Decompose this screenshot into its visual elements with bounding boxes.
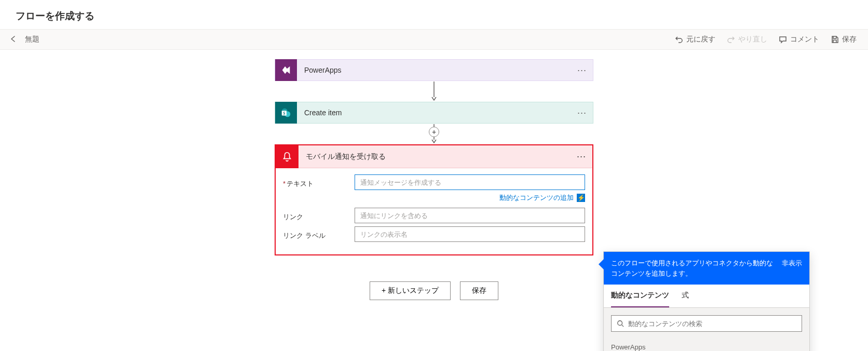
panel-description: このフローで使用されるアプリやコネクタから動的なコンテンツを追加します。 <box>611 258 777 278</box>
connector-arrow-plus: + <box>431 124 437 144</box>
field-link-label: リンク <box>283 213 303 221</box>
svg-point-6 <box>618 321 622 326</box>
tab-expression[interactable]: 式 <box>682 285 689 307</box>
add-dynamic-content-label: 動的なコンテンツの追加 <box>499 193 574 203</box>
step-powerapps-label: PowerApps <box>297 66 571 74</box>
connector-arrow <box>431 81 437 102</box>
comment-button[interactable]: コメント <box>777 33 821 46</box>
dynamic-content-panel: このフローで使用されるアプリやコネクタから動的なコンテンツを追加します。 非表示… <box>603 251 810 351</box>
editor-toolbar: 無題 元に戻す やり直し コメント 保存 <box>0 29 868 50</box>
step-powerapps[interactable]: PowerApps ··· <box>275 59 593 81</box>
flow-canvas: PowerApps ··· S Create item ··· + <box>0 59 868 351</box>
powerapps-icon <box>275 59 297 81</box>
flow-name[interactable]: 無題 <box>25 35 39 44</box>
step-notification: モバイル通知を受け取る ··· *テキスト 動的なコンテンツの追加 ⚡ リンク <box>275 144 593 255</box>
new-step-button[interactable]: + 新しいステップ <box>370 281 451 300</box>
step-notification-header[interactable]: モバイル通知を受け取る ··· <box>276 145 592 168</box>
search-icon <box>617 320 624 327</box>
field-linklabel-input[interactable] <box>355 226 585 242</box>
sharepoint-icon: S <box>275 102 297 124</box>
insert-step-button[interactable]: + <box>429 127 439 137</box>
step-sharepoint[interactable]: S Create item ··· <box>275 102 593 124</box>
step-notification-title: モバイル通知を受け取る <box>299 152 571 161</box>
back-button[interactable] <box>9 35 18 45</box>
save-label: 保存 <box>842 35 857 44</box>
add-dynamic-content-link[interactable]: 動的なコンテンツの追加 ⚡ <box>499 193 585 203</box>
step-notification-more[interactable]: ··· <box>571 151 592 162</box>
dynamic-section-title: PowerApps <box>604 339 809 351</box>
dynamic-search-input[interactable] <box>628 320 796 328</box>
undo-button[interactable]: 元に戻す <box>673 33 717 46</box>
step-sharepoint-label: Create item <box>297 109 571 117</box>
lightning-icon: ⚡ <box>577 194 585 202</box>
tab-dynamic-content[interactable]: 動的なコンテンツ <box>611 285 669 307</box>
svg-text:S: S <box>283 111 285 116</box>
flow-save-button[interactable]: 保存 <box>460 281 498 300</box>
comment-label: コメント <box>790 35 819 44</box>
field-text-label: テキスト <box>287 180 314 187</box>
step-powerapps-more[interactable]: ··· <box>571 65 593 76</box>
page-title: フローを作成する <box>16 9 852 23</box>
save-button[interactable]: 保存 <box>829 33 859 46</box>
panel-hide-button[interactable]: 非表示 <box>782 258 802 268</box>
bell-icon <box>276 145 299 168</box>
redo-button: やり直し <box>725 33 769 46</box>
dynamic-search-box[interactable] <box>611 315 802 332</box>
redo-label: やり直し <box>738 35 767 44</box>
field-linklabel-label: リンク ラベル <box>283 232 326 239</box>
step-sharepoint-more[interactable]: ··· <box>571 107 593 118</box>
field-link-input[interactable] <box>355 208 585 223</box>
panel-caret <box>599 259 604 269</box>
svg-line-7 <box>622 325 624 327</box>
field-text-input[interactable] <box>355 174 585 190</box>
undo-label: 元に戻す <box>686 35 715 44</box>
